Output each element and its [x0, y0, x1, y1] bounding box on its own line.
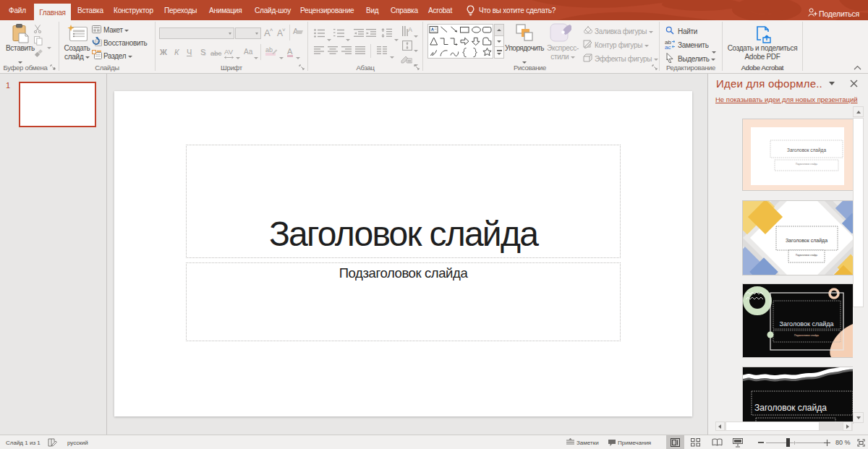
svg-text:Подзаголовок слайда: Подзаголовок слайда: [796, 163, 817, 166]
svg-text:ac: ac: [665, 44, 671, 49]
svg-text:A: A: [408, 26, 412, 33]
svg-text:Подзаголовок слайда: Подзаголовок слайда: [796, 254, 817, 257]
svg-text:Заголовок слайда: Заголовок слайда: [786, 238, 827, 244]
svg-text:Заголовок слайда: Заголовок слайда: [754, 403, 827, 413]
svg-text:Заголовок слайда: Заголовок слайда: [780, 320, 834, 328]
svg-text:Подзаголовок слайда: Подзаголовок слайда: [794, 334, 819, 337]
svg-text:Заголовок слайда: Заголовок слайда: [787, 147, 826, 153]
